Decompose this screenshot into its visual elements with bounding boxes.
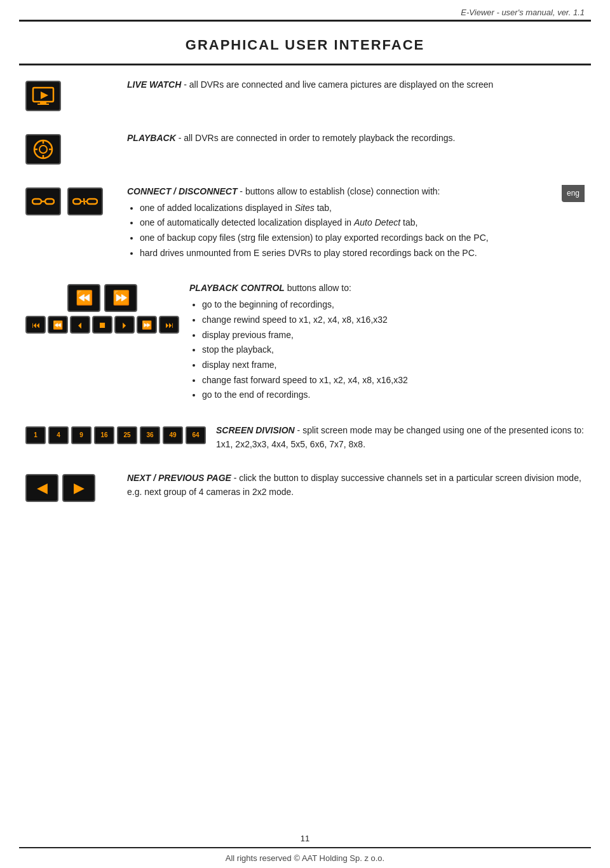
next-prev-text: NEXT / PREVIOUS PAGE - click the button … — [127, 471, 585, 499]
fwd-step-icon: ⏩ — [137, 316, 157, 334]
pb-ctrl-suffix: buttons allow to: — [285, 283, 351, 293]
connect-icon-link — [25, 187, 61, 215]
header-title: E-Viewer - user's manual, ver. 1.1 — [461, 8, 585, 17]
feature-screen-division: 1 4 9 16 25 36 49 64 SCREEN DIVISION - s… — [25, 424, 585, 451]
sd-64: 64 — [186, 426, 206, 444]
feature-live-watch: LIVE WATCH - all DVRs are connected and … — [25, 78, 585, 111]
sd-49: 49 — [163, 426, 183, 444]
playback-text: PLAYBACK - all DVRs are connected in ord… — [127, 132, 585, 146]
prev-page-icon: ◀ — [25, 474, 58, 502]
sd-1: 1 — [25, 426, 46, 444]
feature-playback-control: ⏪ ⏩ ⏮ ⏪ ⏴ ⏹ ⏵ ⏩ ⏭ PLAYBACK CONTROL butto… — [25, 281, 585, 403]
next-prev-icon-area: ◀ ▶ — [25, 471, 127, 502]
stop-icon: ⏹ — [92, 316, 112, 334]
svg-marker-3 — [41, 92, 48, 99]
playback-title: PLAYBACK — [127, 133, 176, 143]
list-item: display previous frame, — [202, 329, 585, 342]
screen-division-text: SCREEN DIVISION - split screen mode may … — [216, 424, 585, 451]
svg-rect-1 — [40, 102, 46, 104]
fast-forward-icon: ⏩ — [104, 284, 137, 312]
list-item: one of backup copy files (strg file exte… — [140, 231, 585, 245]
sd-4: 4 — [48, 426, 69, 444]
svg-line-17 — [84, 198, 85, 205]
prev-frame-icon: ⏴ — [70, 316, 90, 334]
list-item: go to the end of recordings. — [202, 388, 585, 402]
eng-badge: eng — [562, 185, 585, 202]
sd-icons: 1 4 9 16 25 36 49 64 — [25, 426, 206, 444]
pb-bottom-row: ⏮ ⏪ ⏴ ⏹ ⏵ ⏩ ⏭ — [25, 316, 179, 334]
list-item: hard drives unmounted from E series DVRs… — [140, 247, 585, 261]
svg-rect-2 — [37, 104, 49, 105]
go-start-icon: ⏮ — [25, 316, 46, 334]
connect-suffix: - buttons allow to establish (close) con… — [237, 186, 440, 196]
live-watch-text: LIVE WATCH - all DVRs are connected and … — [127, 78, 585, 92]
playback-control-icon-area: ⏪ ⏩ ⏮ ⏪ ⏴ ⏹ ⏵ ⏩ ⏭ — [25, 281, 189, 334]
connect-icon-area — [25, 185, 127, 215]
go-end-icon: ⏭ — [159, 316, 179, 334]
screen-division-icon-area: 1 4 9 16 25 36 49 64 — [25, 424, 216, 444]
top-divider — [19, 20, 591, 22]
svg-rect-14 — [87, 199, 97, 204]
page-header: E-Viewer - user's manual, ver. 1.1 — [0, 0, 610, 20]
list-item: display next frame, — [202, 358, 585, 372]
live-watch-title: LIVE WATCH — [127, 79, 181, 90]
playback-icon — [25, 134, 61, 165]
footer-text: All rights reserved © AAT Holding Sp. z … — [226, 853, 384, 863]
playback-svg — [32, 139, 54, 160]
svg-rect-13 — [73, 199, 81, 204]
live-watch-icon-area — [25, 78, 127, 111]
list-item: change rewind speed to x1, x2, x4, x8, x… — [202, 313, 585, 327]
page-number: 11 — [0, 834, 610, 843]
connect-title: CONNECT / DISCONNECT — [127, 186, 237, 196]
pb-ctrl-list: go to the beginning of recordings, chang… — [202, 298, 585, 402]
list-item: change fast forward speed to x1, x2, x4,… — [202, 374, 585, 388]
connect-svg — [32, 193, 55, 210]
playback-suffix: - all DVRs are connected in order to rem… — [176, 133, 456, 143]
pb-ctrl-title: PLAYBACK CONTROL — [189, 283, 285, 293]
rewind-icon: ⏪ — [67, 284, 100, 312]
rewind-step-icon: ⏪ — [48, 316, 68, 334]
connect-text: eng CONNECT / DISCONNECT - buttons allow… — [127, 185, 585, 261]
sd-16: 16 — [94, 426, 114, 444]
connect-list: one of added localizations displayed in … — [140, 201, 585, 261]
next-frame-icon: ⏵ — [114, 316, 135, 334]
footer-area: 11 All rights reserved © AAT Holding Sp.… — [0, 834, 610, 868]
live-watch-icon — [25, 81, 61, 111]
sd-9: 9 — [71, 426, 92, 444]
sd-25: 25 — [117, 426, 137, 444]
list-item: go to the beginning of recordings, — [202, 298, 585, 312]
svg-rect-10 — [32, 199, 41, 204]
np-title: NEXT / PREVIOUS PAGE — [127, 473, 231, 483]
pb-top-row: ⏪ ⏩ — [67, 284, 137, 312]
connect-icons-group — [25, 187, 103, 215]
disconnect-icon — [67, 187, 103, 215]
svg-rect-11 — [45, 199, 54, 204]
playback-control-text: PLAYBACK CONTROL buttons allow to: go to… — [189, 281, 585, 403]
feature-connect: eng CONNECT / DISCONNECT - buttons allow… — [25, 185, 585, 261]
nav-icons: ◀ ▶ — [25, 474, 95, 502]
live-watch-svg — [32, 86, 55, 105]
svg-point-5 — [39, 146, 47, 153]
sd-title: SCREEN DIVISION — [216, 425, 295, 435]
list-item: one of automatically detected localizati… — [140, 216, 585, 230]
feature-playback: PLAYBACK - all DVRs are connected in ord… — [25, 132, 585, 165]
sd-36: 36 — [140, 426, 160, 444]
list-item: one of added localizations displayed in … — [140, 201, 585, 215]
playback-icon-area — [25, 132, 127, 165]
feature-next-prev: ◀ ▶ NEXT / PREVIOUS PAGE - click the but… — [25, 471, 585, 502]
page-title: GRAPHICAL USER INTERFACE — [0, 37, 610, 53]
live-watch-suffix: - all DVRs are connected and live camera… — [181, 79, 493, 90]
footer: All rights reserved © AAT Holding Sp. z … — [19, 847, 591, 868]
disconnect-svg — [72, 193, 98, 210]
content-area: LIVE WATCH - all DVRs are connected and … — [0, 65, 610, 535]
next-page-icon: ▶ — [62, 474, 95, 502]
list-item: stop the playback, — [202, 343, 585, 357]
